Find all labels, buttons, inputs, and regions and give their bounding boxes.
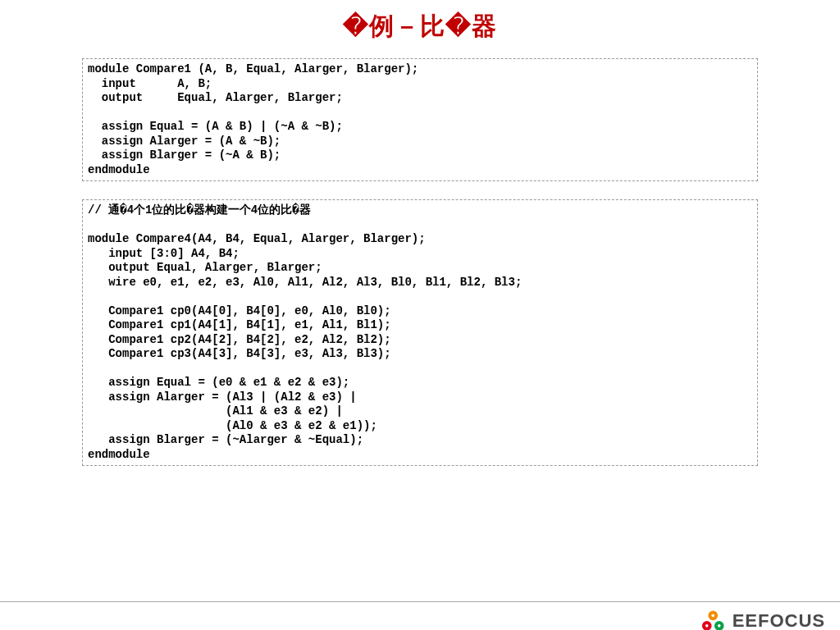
code-block-compare4: // 通�4个1位的比�器构建一个4位的比�器 module Compare4(…: [82, 199, 758, 466]
footer-logo: EEFOCUS: [700, 609, 825, 630]
footer-brand-text: EEFOCUS: [733, 610, 825, 630]
code-block-compare1: module Compare1 (A, B, Equal, Alarger, B…: [82, 58, 758, 181]
page-title: �例－比�器: [0, 10, 840, 43]
slide: �例－比�器 module Compare1 (A, B, Equal, Ala…: [0, 10, 840, 630]
eefocus-icon: [700, 609, 728, 630]
svg-point-5: [711, 614, 714, 618]
svg-point-4: [717, 624, 720, 628]
footer-divider: [0, 601, 840, 602]
svg-point-3: [705, 624, 708, 628]
